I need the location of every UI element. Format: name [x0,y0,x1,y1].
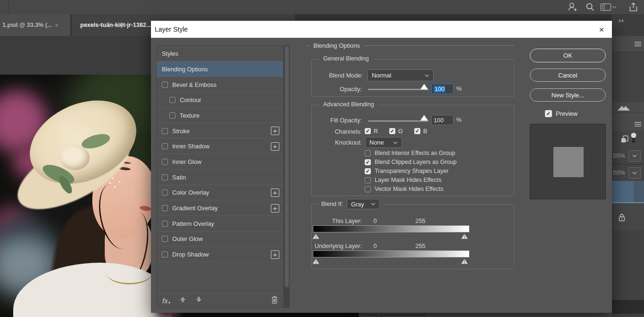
this-layer-gradient[interactable] [313,225,469,232]
style-item-checkbox[interactable] [169,112,176,119]
option-layer-mask-hides-effects[interactable]: Layer Mask Hides Effects [365,177,442,183]
channel-r[interactable]: R [365,128,378,135]
add-effect-icon[interactable]: + [271,142,279,151]
this-layer-thumb-left[interactable] [312,233,320,241]
style-item-checkbox[interactable] [162,174,168,180]
style-item-satin[interactable]: Satin [157,170,283,185]
blend-if-value: Gray [351,201,364,208]
option-checkbox[interactable] [365,177,371,183]
add-effect-icon[interactable]: + [271,250,279,259]
menu-icon[interactable] [634,40,642,49]
lock-icon[interactable] [618,213,626,224]
scrollbar-thumb[interactable] [285,46,289,287]
fill-opacity-slider-thumb[interactable] [419,114,429,123]
style-item-checkbox[interactable] [162,236,168,242]
share-icon[interactable] [627,2,639,12]
add-effect-icon[interactable]: + [271,188,279,197]
style-item-drop-shadow[interactable]: Drop Shadow+ [157,247,283,262]
knob-icon[interactable] [630,132,637,147]
dialog-titlebar[interactable]: Layer Style [151,21,612,38]
style-item-checkbox[interactable] [162,82,168,88]
arrow-up-icon[interactable] [179,296,186,305]
channel-checkbox[interactable] [365,128,371,134]
option-checkbox[interactable] [365,159,371,165]
preview-checkbox[interactable] [545,110,552,117]
style-item-pattern-overlay[interactable]: Pattern Overlay [157,216,283,231]
option-blend-interior-effects-as-group[interactable]: Blend Interior Effects as Group [365,150,455,156]
option-checkbox[interactable] [365,168,371,174]
underlying-thumb-right[interactable] [460,258,468,266]
option-checkbox[interactable] [365,150,371,156]
add-effect-icon[interactable]: + [271,127,279,135]
style-item-bevel-emboss[interactable]: Bevel & Emboss [157,77,283,93]
opacity-dropdown-icon[interactable] [628,150,641,162]
option-transparency-shapes-layer[interactable]: Transparency Shapes Layer [365,168,449,174]
cancel-button[interactable]: Cancel [530,69,606,82]
ok-button[interactable]: OK [530,49,606,62]
preview-thumbnail [530,124,606,199]
style-item-gradient-overlay[interactable]: Gradient Overlay+ [157,200,283,216]
trash-icon[interactable] [271,295,278,306]
option-vector-mask-hides-effects[interactable]: Vector Mask Hides Effects [365,186,443,192]
fill-dropdown-icon[interactable] [628,167,641,179]
knockout-dropdown[interactable]: None [365,137,402,148]
fill-opacity-input[interactable]: 100 [431,115,453,125]
channel-g[interactable]: G [389,128,403,135]
option-blend-clipped-layers-as-group[interactable]: Blend Clipped Layers as Group [365,159,457,165]
layers-menu-icon[interactable] [634,120,642,129]
style-item-inner-shadow[interactable]: Inner Shadow+ [157,138,283,154]
channel-checkbox[interactable] [414,128,420,134]
style-item-checkbox[interactable] [162,251,168,257]
layer-style-dialog: Layer Style × Styles Blending OptionsBev… [151,21,612,313]
style-item-texture[interactable]: Texture [157,108,283,123]
blend-if-dropdown[interactable]: Gray [347,199,380,209]
arrow-down-icon[interactable] [195,296,202,305]
channel-label: G [398,128,403,135]
styles-list-header[interactable]: Styles [157,46,283,61]
fill-value[interactable]: 00% [613,169,625,176]
account-add-icon[interactable] [567,2,578,12]
styles-list-scrollbar[interactable] [284,45,290,308]
opacity-value[interactable]: 00% [613,152,625,159]
style-item-checkbox[interactable] [162,221,168,227]
style-item-label: Contour [180,96,201,103]
this-layer-min: 0 [368,217,382,224]
panels-icon[interactable] [600,2,611,12]
chevron-down-icon[interactable] [611,2,618,12]
style-item-checkbox[interactable] [162,143,168,149]
style-item-outer-glow[interactable]: Outer Glow [157,231,283,247]
add-effect-icon[interactable]: + [271,204,279,213]
search-icon[interactable] [585,2,596,12]
style-item-stroke[interactable]: Stroke+ [157,123,283,139]
underlying-thumb-left[interactable] [312,258,320,266]
tab-close-icon[interactable]: × [55,22,59,29]
dialog-close-icon[interactable]: × [595,24,608,35]
style-item-inner-glow[interactable]: Inner Glow [157,154,283,170]
blend-mode-dropdown[interactable]: Normal [368,69,434,81]
opacity-input[interactable]: 100 [431,84,453,94]
style-item-checkbox[interactable] [169,97,176,103]
style-item-checkbox[interactable] [162,159,168,165]
opacity-slider-thumb[interactable] [419,83,429,92]
style-item-contour[interactable]: Contour [157,92,283,108]
option-checkbox[interactable] [365,186,371,192]
style-item-checkbox[interactable] [162,205,168,211]
channel-b[interactable]: B [414,128,427,135]
mountain-icon[interactable] [617,104,631,113]
panel-footer [612,300,644,314]
fx-button[interactable]: fx [162,297,168,305]
new-style-button[interactable]: New Style... [530,88,606,102]
style-item-checkbox[interactable] [162,128,168,134]
tab-1psd[interactable]: 1.psd @ 33.3% (... × [0,14,71,36]
style-item-label: Outer Glow [172,235,203,242]
copy-icon[interactable] [620,135,629,146]
underlying-layer-gradient[interactable] [313,250,469,257]
this-layer-thumb-right[interactable] [460,233,468,241]
expand-panels-icon[interactable]: ›› [619,16,624,24]
channel-checkbox[interactable] [389,128,395,134]
selected-layer-row[interactable] [612,181,644,202]
style-item-blending-options[interactable]: Blending Options [157,61,283,77]
style-item-label: Stroke [172,128,190,135]
style-item-color-overlay[interactable]: Color Overlay+ [157,185,283,201]
style-item-checkbox[interactable] [162,189,168,196]
